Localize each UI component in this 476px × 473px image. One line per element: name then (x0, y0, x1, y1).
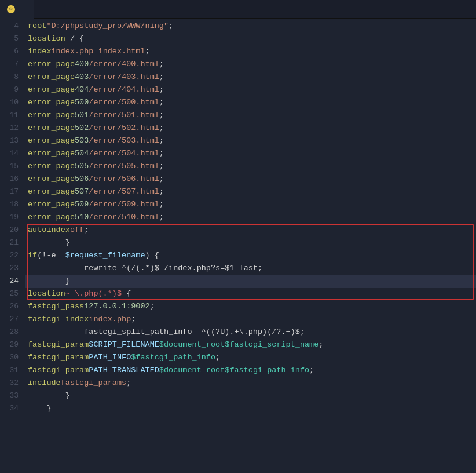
line-number: 22 (5, 249, 19, 262)
line-number: 11 (5, 109, 19, 122)
line-number: 17 (5, 185, 19, 198)
line-number: 14 (5, 147, 19, 160)
file-icon: ⚙ (7, 5, 15, 13)
code-line: fastcgi_param SCRIPT_FILENAME $document_… (25, 339, 476, 351)
code-line: fastcgi_split_path_info ^((?U).+\.php)(/… (25, 326, 476, 339)
line-number: 13 (5, 134, 19, 147)
line-number: 31 (5, 364, 19, 377)
code-line: rewrite ^(/(.*)$ /index.php?s=$1 last; (25, 262, 476, 275)
code-line: error_page 502 /error/502.html; (25, 122, 476, 134)
line-number: 29 (5, 339, 19, 351)
line-number: 12 (5, 122, 19, 134)
line-number: 6 (5, 45, 19, 58)
line-number: 33 (5, 390, 19, 402)
code-line: root "D:/phpstudy_pro/WWW/ning"; (25, 20, 476, 32)
tab-bar: ⚙ (0, 0, 476, 19)
editor-tab[interactable]: ⚙ (0, 0, 34, 19)
line-number: 28 (5, 326, 19, 339)
line-number: 9 (5, 83, 19, 96)
code-line: error_page 503 /error/503.html; (25, 134, 476, 147)
code-line: index index.php index.html; (25, 45, 476, 58)
code-line: fastcgi_param PATH_INFO $fastcgi_path_in… (25, 351, 476, 364)
line-number: 34 (5, 402, 19, 415)
code-line: fastcgi_index index.php; (25, 313, 476, 326)
code-line: error_page 404 /error/404.html; (25, 83, 476, 96)
code-line: error_page 505 /error/505.html; (25, 160, 476, 173)
line-number: 18 (5, 198, 19, 211)
line-number: 24 (5, 275, 19, 288)
code-line: } (25, 402, 476, 415)
line-number: 32 (5, 377, 19, 390)
code-line: fastcgi_param PATH_TRANSLATED $document_… (25, 364, 476, 377)
line-number: 19 (5, 211, 19, 224)
line-number: 26 (5, 300, 19, 313)
line-number: 16 (5, 173, 19, 185)
code-line: error_page 509 /error/509.html; (25, 198, 476, 211)
line-number: 8 (5, 71, 19, 83)
line-number: 10 (5, 96, 19, 109)
line-number: 4 (5, 20, 19, 32)
code-line: location / { (25, 32, 476, 45)
code-line: fastcgi_pass 127.0.0.1:9002; (25, 300, 476, 313)
code-line: } (25, 237, 476, 249)
code-line: if (!-e $request_filename) { (25, 249, 476, 262)
line-number: 23 (5, 262, 19, 275)
code-line: } (25, 275, 476, 288)
code-line: error_page 400 /error/400.html; (25, 58, 476, 71)
code-line: error_page 507 /error/507.html; (25, 185, 476, 198)
code-line: autoindex off; (25, 224, 476, 237)
line-number: 15 (5, 160, 19, 173)
code-line: include fastcgi_params; (25, 377, 476, 390)
code-line: error_page 504 /error/504.html; (25, 147, 476, 160)
code-line: location ~ \.php(.*)$ { (25, 288, 476, 300)
editor-area: 4567891011121314151617181920212223242526… (0, 19, 476, 473)
tab-close-button[interactable] (22, 8, 27, 10)
code-line: } (25, 390, 476, 402)
code-line: error_page 510 /error/510.html; (25, 211, 476, 224)
line-number: 7 (5, 58, 19, 71)
line-number: 27 (5, 313, 19, 326)
line-numbers: 4567891011121314151617181920212223242526… (0, 19, 25, 473)
line-number: 20 (5, 224, 19, 237)
line-number: 5 (5, 32, 19, 45)
code-line: error_page 501 /error/501.html; (25, 109, 476, 122)
line-number: 25 (5, 288, 19, 300)
code-area[interactable]: root "D:/phpstudy_pro/WWW/ning"; locatio… (25, 19, 476, 473)
code-line: error_page 506 /error/506.html; (25, 173, 476, 185)
code-line: error_page 500 /error/500.html; (25, 96, 476, 109)
line-number: 30 (5, 351, 19, 364)
line-number: 21 (5, 237, 19, 249)
code-line: error_page 403 /error/403.html; (25, 71, 476, 83)
